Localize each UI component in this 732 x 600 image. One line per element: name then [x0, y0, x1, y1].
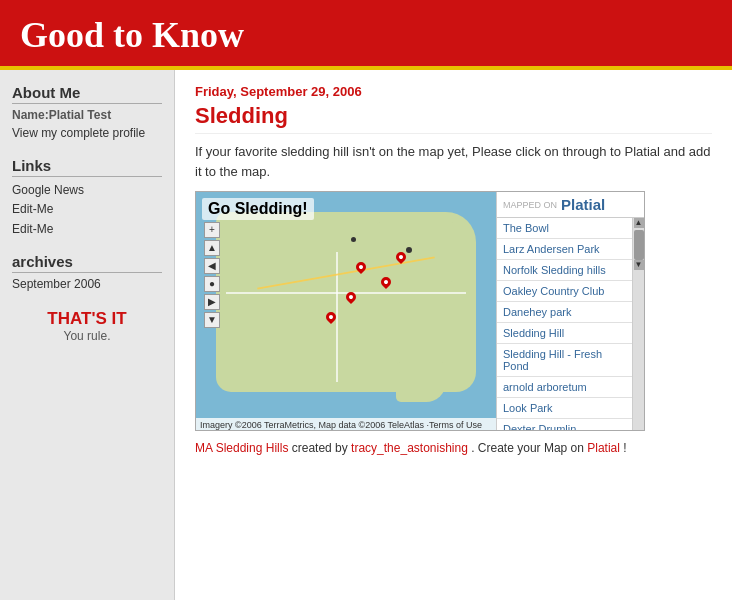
- author-link[interactable]: tracy_the_astonishing: [351, 441, 468, 455]
- pan-left-button[interactable]: ◀: [204, 258, 220, 274]
- platial-item-5[interactable]: Danehey park: [497, 302, 632, 323]
- platial-item-9[interactable]: Look Park: [497, 398, 632, 419]
- platial-header: MAPPED ON Platial: [497, 192, 644, 218]
- map-credits: Imagery ©2006 TerraMetrics, Map data ©20…: [196, 418, 496, 431]
- post-title: Sledding: [195, 103, 712, 134]
- zoom-out-button[interactable]: ●: [204, 276, 220, 292]
- scroll-down-button[interactable]: ▼: [634, 260, 644, 270]
- site-header: Good to Know: [0, 0, 732, 70]
- scroll-thumb[interactable]: [634, 230, 644, 260]
- footer-text-4: !: [623, 441, 626, 455]
- archives-section: archives September 2006: [12, 253, 162, 291]
- pan-up-button[interactable]: ▲: [204, 240, 220, 256]
- map-land-cape: [396, 362, 446, 402]
- links-section: Links Google News Edit-Me Edit-Me: [12, 157, 162, 239]
- site-title: Good to Know: [20, 14, 712, 56]
- post-body: If your favorite sledding hill isn't on …: [195, 142, 712, 181]
- archives-link-sep2006[interactable]: September 2006: [12, 277, 162, 291]
- platial-item-3[interactable]: Norfolk Sledding hills: [497, 260, 632, 281]
- about-me-title: About Me: [12, 84, 162, 104]
- platial-item-1[interactable]: The Bowl: [497, 218, 632, 239]
- user-name-label: Name:Platial Test: [12, 108, 162, 122]
- map-container: Go Sledding! + ▲ ◀ ● ▶ ▼ Imagery ©2006: [195, 191, 645, 431]
- map-controls: + ▲ ◀ ● ▶ ▼: [204, 222, 220, 328]
- pan-right-button[interactable]: ▶: [204, 294, 220, 310]
- map-title-bar: Go Sledding!: [202, 198, 314, 220]
- name-value: Platial Test: [49, 108, 111, 122]
- pan-down-button[interactable]: ▼: [204, 312, 220, 328]
- thats-it-subtitle: You rule.: [12, 329, 162, 343]
- links-title: Links: [12, 157, 162, 177]
- footer-text-2: created by: [292, 441, 351, 455]
- platial-brand: Platial: [561, 196, 605, 213]
- map-city-boston: [406, 247, 412, 253]
- sidebar-link-edit-me-2[interactable]: Edit-Me: [12, 220, 162, 239]
- scroll-up-button[interactable]: ▲: [634, 218, 644, 228]
- thats-it-title: THAT'S IT: [12, 309, 162, 329]
- map-city-lowell: [351, 237, 356, 242]
- sidebar-link-google-news[interactable]: Google News: [12, 181, 162, 200]
- main-content: Friday, September 29, 2006 Sledding If y…: [175, 70, 732, 600]
- platial-item-7[interactable]: Sledding Hill - Fresh Pond: [497, 344, 632, 377]
- sidebar-link-edit-me-1[interactable]: Edit-Me: [12, 200, 162, 219]
- mapped-on-label: MAPPED ON: [503, 200, 557, 210]
- platial-panel: MAPPED ON Platial The Bowl Larz Andersen…: [496, 192, 644, 430]
- platial-item-10[interactable]: Dexter Drumlin: [497, 419, 632, 430]
- platial-item-4[interactable]: Oakley Country Club: [497, 281, 632, 302]
- ma-sledding-hills-link[interactable]: MA Sledding Hills: [195, 441, 288, 455]
- archives-title: archives: [12, 253, 162, 273]
- platial-item-8[interactable]: arnold arboretum: [497, 377, 632, 398]
- platial-footer-link[interactable]: Platial: [587, 441, 620, 455]
- name-label-text: Name:: [12, 108, 49, 122]
- view-profile-link[interactable]: View my complete profile: [12, 124, 162, 143]
- page-layout: About Me Name:Platial Test View my compl…: [0, 70, 732, 600]
- platial-item-6[interactable]: Sledding Hill: [497, 323, 632, 344]
- platial-scrollbar: ▲ ▼: [632, 218, 644, 430]
- footer-text-3: . Create your Map on: [471, 441, 587, 455]
- post-footer: MA Sledding Hills created by tracy_the_a…: [195, 439, 712, 458]
- map-image[interactable]: Go Sledding! + ▲ ◀ ● ▶ ▼ Imagery ©2006: [196, 192, 496, 431]
- map-land-east: [376, 222, 456, 282]
- platial-item-2[interactable]: Larz Andersen Park: [497, 239, 632, 260]
- sidebar: About Me Name:Platial Test View my compl…: [0, 70, 175, 600]
- thats-it-box: THAT'S IT You rule.: [12, 309, 162, 343]
- zoom-in-button[interactable]: +: [204, 222, 220, 238]
- platial-list: The Bowl Larz Andersen Park Norfolk Sled…: [497, 218, 632, 430]
- post-date: Friday, September 29, 2006: [195, 84, 712, 99]
- platial-list-container: The Bowl Larz Andersen Park Norfolk Sled…: [497, 218, 644, 430]
